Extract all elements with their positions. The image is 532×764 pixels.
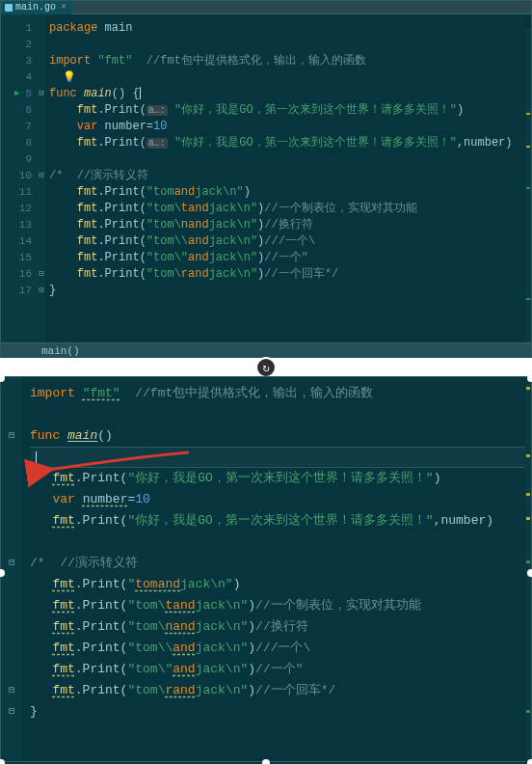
code-area-top[interactable]: package mainimport "fmt" //fmt包中提供格式化，输出… (45, 14, 531, 358)
editor-area-top[interactable]: 1234▶567891011121314151617 ⊟⊟⊟⊟ package … (1, 14, 531, 358)
fold-column-bottom[interactable]: ⊟⊟⊟⊟ (1, 377, 22, 761)
selection-handle[interactable] (262, 759, 270, 764)
go-file-icon (5, 4, 13, 12)
selection-handle[interactable] (527, 759, 532, 764)
close-icon[interactable]: × (59, 2, 68, 13)
tab-main-go[interactable]: main.go × (1, 1, 72, 14)
editor-pane-bottom: ⊟⊟⊟⊟ import "fmt" //fmt包中提供格式化，输出，输入的函数f… (0, 376, 532, 762)
code-area-bottom[interactable]: import "fmt" //fmt包中提供格式化，输出，输入的函数func m… (22, 377, 531, 761)
pane-divider[interactable]: ↻ (0, 359, 532, 376)
refresh-icon[interactable]: ↻ (255, 357, 277, 378)
scrollbar-top[interactable] (525, 28, 531, 371)
tab-label: main.go (15, 2, 56, 13)
editor-pane-top: main.go × 1234▶567891011121314151617 ⊟⊟⊟… (0, 0, 532, 359)
fold-column[interactable]: ⊟⊟⊟⊟ (38, 14, 45, 358)
breadcrumb[interactable]: main() (1, 342, 531, 358)
breadcrumb-item[interactable]: main() (41, 345, 80, 357)
line-gutter: 1234▶567891011121314151617 (1, 14, 38, 358)
tab-bar: main.go × (1, 1, 531, 14)
selection-handle[interactable] (527, 569, 532, 577)
selection-handle[interactable] (527, 374, 532, 382)
selection-handle[interactable] (0, 759, 5, 764)
